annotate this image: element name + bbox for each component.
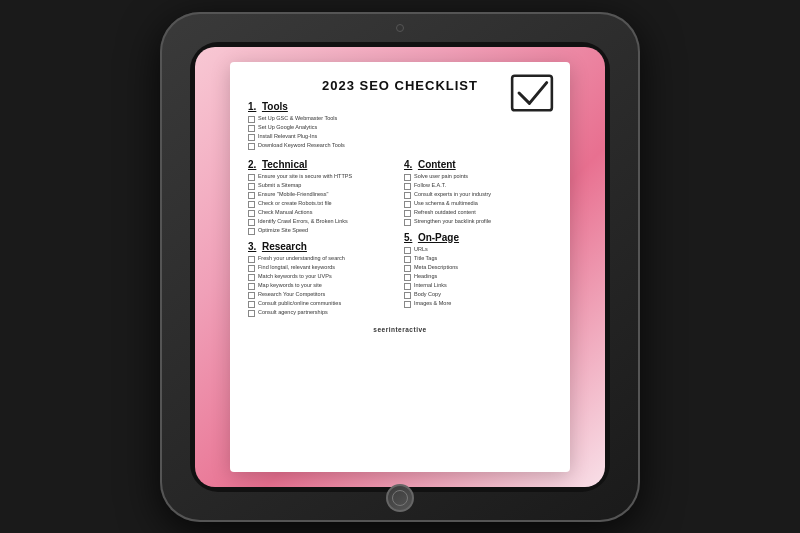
item-text: Consult public/online communities — [258, 300, 341, 307]
checkbox — [248, 310, 255, 317]
item-text: Research Your Competitors — [258, 291, 325, 298]
checkbox — [248, 201, 255, 208]
checkbox — [248, 274, 255, 281]
checkbox — [248, 301, 255, 308]
item-text: Solve user pain points — [414, 173, 468, 180]
item-text: Optimize Site Speed — [258, 227, 308, 234]
checkbox — [248, 192, 255, 199]
checkbox — [248, 256, 255, 263]
checkbox — [248, 219, 255, 226]
item-text: Submit a Sitemap — [258, 182, 301, 189]
checkbox — [404, 265, 411, 272]
checkbox — [248, 265, 255, 272]
item-text: Identify Crawl Errors, & Broken Links — [258, 218, 348, 225]
left-column: 2. Technical Ensure your site is secure … — [248, 154, 396, 318]
item-text: Consult agency partnerships — [258, 309, 328, 316]
item-text: Headings — [414, 273, 437, 280]
list-item: Find longtail, relevant keywords — [248, 264, 396, 272]
list-item: Set Up Google Analytics — [248, 124, 552, 132]
item-text: Download Keyword Research Tools — [258, 142, 345, 149]
list-item: Use schema & multimedia — [404, 200, 552, 208]
checkbox — [248, 143, 255, 150]
checkbox — [248, 210, 255, 217]
tablet-device: 2023 SEO CHECKLIST 1. Tools Set Up GSC &… — [160, 12, 640, 522]
home-button[interactable] — [386, 484, 414, 512]
item-text: Strengthen your backlink profile — [414, 218, 491, 225]
item-text: URLs — [414, 246, 428, 253]
tablet-camera — [396, 24, 404, 32]
item-text: Ensure "Mobile-Friendliness" — [258, 191, 329, 198]
list-item: Research Your Competitors — [248, 291, 396, 299]
list-item: Meta Descriptions — [404, 264, 552, 272]
item-text: Set Up GSC & Webmaster Tools — [258, 115, 337, 122]
list-item: Strengthen your backlink profile — [404, 218, 552, 226]
right-column: 4. Content Solve user pain points Follow… — [404, 154, 552, 318]
list-item: Internal Links — [404, 282, 552, 290]
list-item: Identify Crawl Errors, & Broken Links — [248, 218, 396, 226]
list-item: URLs — [404, 246, 552, 254]
item-text: Find longtail, relevant keywords — [258, 264, 335, 271]
item-text: Check or create Robots.txt file — [258, 200, 332, 207]
checkbox — [404, 183, 411, 190]
checkbox — [248, 174, 255, 181]
checkbox — [404, 256, 411, 263]
item-text: Consult experts in your industry — [414, 191, 491, 198]
checkbox — [248, 292, 255, 299]
list-item: Title Tags — [404, 255, 552, 263]
checkbox — [404, 192, 411, 199]
list-item: Headings — [404, 273, 552, 281]
checkbox — [248, 283, 255, 290]
item-text: Match keywords to your UVPs — [258, 273, 332, 280]
brand-text: seerinteractive — [248, 326, 552, 333]
checkbox — [404, 247, 411, 254]
item-text: Title Tags — [414, 255, 437, 262]
home-button-inner — [392, 490, 408, 506]
item-text: Ensure your site is secure with HTTPS — [258, 173, 352, 180]
section-research-header: 3. Research — [248, 241, 396, 252]
item-text: Follow E.A.T. — [414, 182, 446, 189]
list-item: Map keywords to your site — [248, 282, 396, 290]
checkbox — [248, 134, 255, 141]
item-text: Refresh outdated content — [414, 209, 476, 216]
list-item: Body Copy — [404, 291, 552, 299]
checkbox — [248, 116, 255, 123]
list-item: Refresh outdated content — [404, 209, 552, 217]
list-item: Ensure "Mobile-Friendliness" — [248, 191, 396, 199]
item-text: Internal Links — [414, 282, 447, 289]
list-item: Follow E.A.T. — [404, 182, 552, 190]
list-item: Match keywords to your UVPs — [248, 273, 396, 281]
checkbox — [248, 125, 255, 132]
checkbox — [404, 274, 411, 281]
item-text: Set Up Google Analytics — [258, 124, 317, 131]
checkbox — [404, 283, 411, 290]
list-item: Ensure your site is secure with HTTPS — [248, 173, 396, 181]
checkbox — [404, 219, 411, 226]
item-text: Body Copy — [414, 291, 441, 298]
list-item: Optimize Site Speed — [248, 227, 396, 235]
checkbox — [404, 301, 411, 308]
two-col-layout: 2. Technical Ensure your site is secure … — [248, 154, 552, 318]
document: 2023 SEO CHECKLIST 1. Tools Set Up GSC &… — [230, 62, 570, 472]
list-item: Solve user pain points — [404, 173, 552, 181]
list-item: Images & More — [404, 300, 552, 308]
tablet-screen: 2023 SEO CHECKLIST 1. Tools Set Up GSC &… — [195, 47, 605, 487]
list-item: Consult agency partnerships — [248, 309, 396, 317]
section-technical-header: 2. Technical — [248, 159, 396, 170]
section-content-header: 4. Content — [404, 159, 552, 170]
list-item: Check or create Robots.txt file — [248, 200, 396, 208]
item-text: Meta Descriptions — [414, 264, 458, 271]
list-item: Download Keyword Research Tools — [248, 142, 552, 150]
list-item: Check Manual Actions — [248, 209, 396, 217]
checkbox — [404, 210, 411, 217]
list-item: Fresh your understanding of search — [248, 255, 396, 263]
section-onpage-header: 5. On-Page — [404, 232, 552, 243]
item-text: Use schema & multimedia — [414, 200, 478, 207]
checkbox — [404, 201, 411, 208]
item-text: Map keywords to your site — [258, 282, 322, 289]
tablet-screen-border: 2023 SEO CHECKLIST 1. Tools Set Up GSC &… — [190, 42, 610, 492]
list-item: Consult experts in your industry — [404, 191, 552, 199]
checkmark-icon — [510, 74, 554, 112]
checkbox — [248, 228, 255, 235]
checkbox — [248, 183, 255, 190]
list-item: Set Up GSC & Webmaster Tools — [248, 115, 552, 123]
